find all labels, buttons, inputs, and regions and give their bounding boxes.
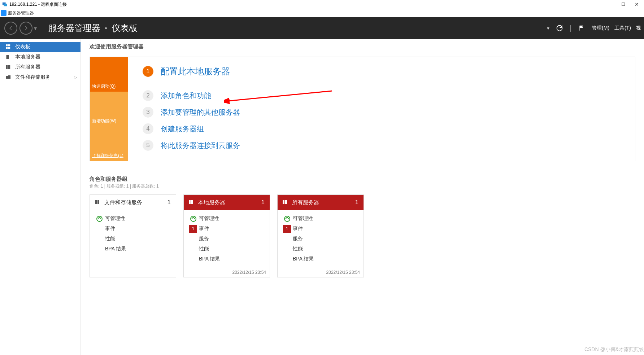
tile-row[interactable]: 性能 [280, 244, 361, 254]
tile-body: 可管理性1事件服务性能BPA 结果 [278, 210, 364, 264]
tile-title: 文件和存储服务 [104, 199, 142, 206]
step-number: 1 [143, 66, 153, 77]
menu-manage[interactable]: 管理(M) [592, 25, 609, 31]
tile-header[interactable]: 文件和存储服务1 [90, 195, 176, 210]
header-dropdown-caret[interactable]: ▾ [547, 25, 549, 31]
sidebar-item-all-servers[interactable]: 所有服务器 [0, 62, 80, 72]
rdp-title-text: 192.168.1.221 - 远程桌面连接 [9, 1, 67, 8]
svg-rect-10 [6, 76, 8, 79]
sidebar-item-dashboard[interactable]: 仪表板 [0, 42, 80, 52]
tile-row[interactable]: BPA 结果 [280, 254, 361, 264]
rdp-icon [2, 2, 7, 7]
app-title-bar: 服务器管理器 [0, 9, 644, 17]
step-configure-local[interactable]: 1 配置此本地服务器 [143, 66, 635, 77]
groups-subtitle: 角色: 1 | 服务器组: 1 | 服务器总数: 1 [90, 183, 644, 189]
forward-button[interactable] [19, 22, 32, 35]
tile-row[interactable]: BPA 结果 [92, 244, 174, 254]
app-title-text: 服务器管理器 [8, 10, 34, 16]
watermark: CSDN @小何&才露煎煎饺 [584, 346, 644, 353]
step-add-roles[interactable]: 2 添加角色和功能 [143, 90, 635, 101]
minimize-button[interactable]: — [607, 1, 612, 7]
tile: 文件和存储服务1可管理性事件性能BPA 结果 [90, 194, 176, 277]
tile-row[interactable]: 服务 [186, 234, 267, 244]
header: ▾ 服务器管理器 • 仪表板 ▾ | 管理(M) 工具(T) 视 [0, 17, 644, 39]
breadcrumb-sep-icon: • [105, 24, 107, 32]
close-button[interactable]: ✕ [635, 1, 639, 7]
tile-row[interactable]: 可管理性 [92, 214, 174, 224]
tile-row[interactable]: 性能 [92, 234, 174, 244]
tile-row-label: 事件 [199, 225, 209, 232]
back-button[interactable] [4, 22, 17, 35]
tile-row-label: 性能 [293, 246, 303, 252]
svg-rect-13 [97, 200, 99, 204]
tile-title: 本地服务器 [198, 199, 225, 206]
storage-icon [6, 75, 12, 80]
back-icon [8, 25, 14, 31]
tile-header[interactable]: 所有服务器1 [278, 195, 364, 210]
tile-count: 1 [167, 199, 171, 206]
tile-body: 可管理性1事件服务性能BPA 结果 [184, 210, 270, 264]
step-number: 3 [143, 107, 153, 118]
flag-icon [578, 25, 585, 31]
tile-header[interactable]: 本地服务器1 [184, 195, 270, 210]
sidebar-item-label: 本地服务器 [15, 54, 40, 60]
groups-title: 角色和服务器组 [90, 176, 644, 183]
roles-groups-section: 角色和服务器组 角色: 1 | 服务器组: 1 | 服务器总数: 1 文件和存储… [90, 176, 644, 277]
tile-row[interactable]: 1事件 [186, 224, 267, 234]
tile-row[interactable]: 可管理性 [186, 214, 267, 224]
tile-row[interactable]: 性能 [186, 244, 267, 254]
sidebar-item-label: 所有服务器 [15, 64, 40, 70]
tab-learn-more[interactable]: 了解详细信息(L) [90, 126, 128, 161]
maximize-button[interactable]: ☐ [621, 2, 625, 7]
status-ok-icon [96, 216, 103, 222]
tile-row[interactable]: 可管理性 [280, 214, 361, 224]
step-label: 将此服务器连接到云服务 [161, 141, 240, 150]
tile-count: 1 [355, 199, 358, 206]
status-alert-badge: 1 [283, 225, 291, 233]
tile-row[interactable]: 服务 [280, 234, 361, 244]
refresh-icon [556, 25, 563, 32]
tile: 本地服务器1可管理性1事件服务性能BPA 结果2022/12/15 23:54 [183, 194, 270, 277]
svg-rect-16 [283, 200, 284, 204]
tile-row-label: 事件 [105, 225, 115, 232]
step-label: 创建服务器组 [161, 124, 204, 134]
tile-row[interactable]: 1事件 [280, 224, 361, 234]
notifications-button[interactable] [576, 23, 587, 33]
tab-whats-new[interactable]: 新增功能(W) [90, 92, 128, 126]
tile-icon [282, 199, 288, 206]
svg-rect-7 [6, 55, 9, 59]
tile-row-label: 性能 [105, 236, 115, 242]
breadcrumb-current: 仪表板 [112, 22, 138, 34]
sidebar-item-file-storage[interactable]: 文件和存储服务 ▷ [0, 72, 80, 82]
svg-rect-5 [6, 47, 8, 49]
tile-row-label: 可管理性 [105, 215, 125, 222]
tile-row[interactable]: 事件 [92, 224, 174, 234]
menu-tools[interactable]: 工具(T) [614, 25, 631, 31]
refresh-button[interactable] [554, 23, 565, 33]
tile-row-label: 性能 [199, 246, 209, 252]
step-create-group[interactable]: 4 创建服务器组 [143, 123, 635, 134]
step-label: 添加要管理的其他服务器 [161, 108, 240, 117]
step-connect-cloud[interactable]: 5 将此服务器连接到云服务 [143, 140, 635, 151]
tile-row-label: 可管理性 [293, 215, 313, 222]
tile-row[interactable]: BPA 结果 [186, 254, 267, 264]
tile-row-label: 事件 [293, 225, 303, 232]
tile-row-label: BPA 结果 [293, 256, 314, 262]
menu-view[interactable]: 视 [636, 25, 641, 31]
server-icon [6, 54, 12, 60]
svg-rect-9 [8, 65, 10, 69]
sidebar-item-label: 文件和存储服务 [15, 74, 51, 80]
svg-rect-11 [8, 75, 10, 79]
breadcrumb-root[interactable]: 服务器管理器 [48, 22, 100, 34]
svg-rect-4 [8, 44, 10, 46]
history-dropdown[interactable]: ▾ [34, 25, 37, 32]
svg-rect-3 [6, 44, 8, 46]
tab-quickstart[interactable]: 快速启动(Q) [90, 57, 128, 92]
step-add-servers[interactable]: 3 添加要管理的其他服务器 [143, 107, 635, 118]
status-ok-icon [284, 216, 290, 222]
rdp-title-bar: 192.168.1.221 - 远程桌面连接 [0, 0, 644, 9]
sidebar-item-local-server[interactable]: 本地服务器 [0, 52, 80, 62]
step-number: 4 [143, 123, 153, 134]
dashboard-icon [6, 44, 12, 49]
svg-rect-17 [285, 200, 287, 204]
